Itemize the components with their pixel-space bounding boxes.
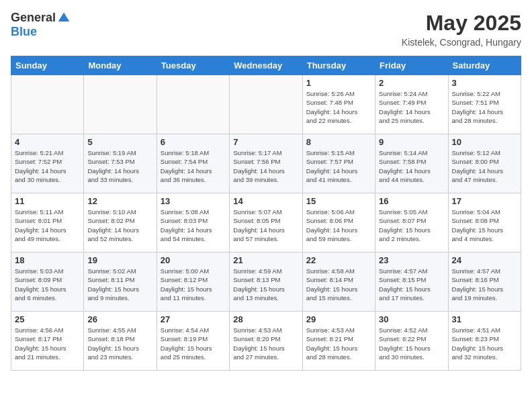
day-info: Sunrise: 5:15 AM Sunset: 7:57 PM Dayligh… xyxy=(306,148,371,184)
calendar-cell xyxy=(84,75,157,134)
calendar-cell: 26Sunrise: 4:55 AM Sunset: 8:18 PM Dayli… xyxy=(84,312,157,371)
day-number: 9 xyxy=(379,137,444,147)
weekday-header-monday: Monday xyxy=(84,56,157,75)
calendar-cell: 22Sunrise: 4:58 AM Sunset: 8:14 PM Dayli… xyxy=(302,253,375,312)
day-info: Sunrise: 5:08 AM Sunset: 8:03 PM Dayligh… xyxy=(161,208,226,243)
weekday-header-sunday: Sunday xyxy=(11,56,84,75)
day-number: 17 xyxy=(452,196,517,206)
weekday-header-row: SundayMondayTuesdayWednesdayThursdayFrid… xyxy=(11,56,521,75)
calendar-cell: 16Sunrise: 5:05 AM Sunset: 8:07 PM Dayli… xyxy=(375,193,448,253)
calendar-cell xyxy=(230,75,302,134)
calendar-cell: 9Sunrise: 5:14 AM Sunset: 7:58 PM Daylig… xyxy=(375,134,448,193)
day-number: 20 xyxy=(161,255,226,265)
day-info: Sunrise: 5:21 AM Sunset: 7:52 PM Dayligh… xyxy=(15,148,80,184)
day-info: Sunrise: 5:04 AM Sunset: 8:08 PM Dayligh… xyxy=(452,208,517,243)
calendar-cell: 30Sunrise: 4:52 AM Sunset: 8:22 PM Dayli… xyxy=(375,312,448,371)
calendar-cell: 28Sunrise: 4:53 AM Sunset: 8:20 PM Dayli… xyxy=(230,312,302,371)
day-info: Sunrise: 5:11 AM Sunset: 8:01 PM Dayligh… xyxy=(15,208,80,243)
day-number: 30 xyxy=(379,314,444,324)
day-number: 19 xyxy=(87,255,152,265)
day-number: 31 xyxy=(452,314,517,324)
weekday-header-tuesday: Tuesday xyxy=(157,56,229,75)
day-number: 11 xyxy=(15,196,80,206)
day-info: Sunrise: 4:55 AM Sunset: 8:18 PM Dayligh… xyxy=(87,326,152,361)
day-number: 28 xyxy=(233,314,298,324)
day-info: Sunrise: 5:14 AM Sunset: 7:58 PM Dayligh… xyxy=(379,148,444,184)
day-number: 10 xyxy=(452,137,517,147)
day-number: 5 xyxy=(87,137,152,147)
calendar-cell: 6Sunrise: 5:18 AM Sunset: 7:54 PM Daylig… xyxy=(157,134,229,193)
weekday-header-thursday: Thursday xyxy=(302,56,375,75)
day-info: Sunrise: 5:03 AM Sunset: 8:09 PM Dayligh… xyxy=(15,267,80,302)
day-info: Sunrise: 4:58 AM Sunset: 8:14 PM Dayligh… xyxy=(306,267,371,302)
weekday-header-friday: Friday xyxy=(375,56,448,75)
day-info: Sunrise: 4:57 AM Sunset: 8:16 PM Dayligh… xyxy=(452,267,517,302)
logo-icon xyxy=(57,11,71,25)
title-section: May 2025 Kistelek, Csongrad, Hungary xyxy=(402,11,521,48)
calendar-cell: 18Sunrise: 5:03 AM Sunset: 8:09 PM Dayli… xyxy=(11,253,84,312)
page-header: General Blue May 2025 Kistelek, Csongrad… xyxy=(11,11,521,48)
calendar-week-row: 4Sunrise: 5:21 AM Sunset: 7:52 PM Daylig… xyxy=(11,134,521,193)
calendar-cell: 24Sunrise: 4:57 AM Sunset: 8:16 PM Dayli… xyxy=(448,253,521,312)
day-info: Sunrise: 4:53 AM Sunset: 8:20 PM Dayligh… xyxy=(233,326,298,361)
calendar-cell: 19Sunrise: 5:02 AM Sunset: 8:11 PM Dayli… xyxy=(84,253,157,312)
day-info: Sunrise: 4:54 AM Sunset: 8:19 PM Dayligh… xyxy=(161,326,226,361)
calendar-cell: 21Sunrise: 4:59 AM Sunset: 8:13 PM Dayli… xyxy=(230,253,302,312)
calendar-cell: 31Sunrise: 4:51 AM Sunset: 8:23 PM Dayli… xyxy=(448,312,521,371)
day-info: Sunrise: 5:06 AM Sunset: 8:06 PM Dayligh… xyxy=(306,208,371,243)
day-number: 15 xyxy=(306,196,371,206)
svg-marker-0 xyxy=(58,12,70,21)
day-number: 24 xyxy=(452,255,517,265)
calendar-cell: 20Sunrise: 5:00 AM Sunset: 8:12 PM Dayli… xyxy=(157,253,229,312)
calendar-table: SundayMondayTuesdayWednesdayThursdayFrid… xyxy=(11,56,521,371)
calendar-cell: 1Sunrise: 5:26 AM Sunset: 7:48 PM Daylig… xyxy=(302,75,375,134)
day-number: 2 xyxy=(379,78,444,88)
day-info: Sunrise: 5:26 AM Sunset: 7:48 PM Dayligh… xyxy=(306,89,371,125)
calendar-cell: 7Sunrise: 5:17 AM Sunset: 7:56 PM Daylig… xyxy=(230,134,302,193)
calendar-cell: 14Sunrise: 5:07 AM Sunset: 8:05 PM Dayli… xyxy=(230,193,302,253)
calendar-week-row: 11Sunrise: 5:11 AM Sunset: 8:01 PM Dayli… xyxy=(11,193,521,253)
day-info: Sunrise: 5:02 AM Sunset: 8:11 PM Dayligh… xyxy=(87,267,152,302)
calendar-cell: 29Sunrise: 4:53 AM Sunset: 8:21 PM Dayli… xyxy=(302,312,375,371)
calendar-cell: 4Sunrise: 5:21 AM Sunset: 7:52 PM Daylig… xyxy=(11,134,84,193)
day-info: Sunrise: 5:07 AM Sunset: 8:05 PM Dayligh… xyxy=(233,208,298,243)
day-number: 4 xyxy=(15,137,80,147)
day-number: 12 xyxy=(87,196,152,206)
calendar-cell xyxy=(11,75,84,134)
logo: General Blue xyxy=(11,11,71,39)
calendar-cell: 11Sunrise: 5:11 AM Sunset: 8:01 PM Dayli… xyxy=(11,193,84,253)
logo-general-text: General xyxy=(11,11,56,25)
calendar-week-row: 1Sunrise: 5:26 AM Sunset: 7:48 PM Daylig… xyxy=(11,75,521,134)
day-number: 21 xyxy=(233,255,298,265)
day-number: 27 xyxy=(161,314,226,324)
calendar-cell: 5Sunrise: 5:19 AM Sunset: 7:53 PM Daylig… xyxy=(84,134,157,193)
day-info: Sunrise: 5:24 AM Sunset: 7:49 PM Dayligh… xyxy=(379,89,444,125)
day-number: 13 xyxy=(161,196,226,206)
location-title: Kistelek, Csongrad, Hungary xyxy=(402,37,521,48)
day-number: 8 xyxy=(306,137,371,147)
calendar-cell: 10Sunrise: 5:12 AM Sunset: 8:00 PM Dayli… xyxy=(448,134,521,193)
logo-blue-text: Blue xyxy=(11,25,37,39)
day-number: 1 xyxy=(306,78,371,88)
day-info: Sunrise: 4:57 AM Sunset: 8:15 PM Dayligh… xyxy=(379,267,444,302)
calendar-cell: 12Sunrise: 5:10 AM Sunset: 8:02 PM Dayli… xyxy=(84,193,157,253)
calendar-cell: 27Sunrise: 4:54 AM Sunset: 8:19 PM Dayli… xyxy=(157,312,229,371)
calendar-cell xyxy=(157,75,229,134)
weekday-header-saturday: Saturday xyxy=(448,56,521,75)
calendar-cell: 8Sunrise: 5:15 AM Sunset: 7:57 PM Daylig… xyxy=(302,134,375,193)
day-info: Sunrise: 4:59 AM Sunset: 8:13 PM Dayligh… xyxy=(233,267,298,302)
day-number: 25 xyxy=(15,314,80,324)
day-info: Sunrise: 4:51 AM Sunset: 8:23 PM Dayligh… xyxy=(452,326,517,361)
day-number: 3 xyxy=(452,78,517,88)
day-number: 16 xyxy=(379,196,444,206)
day-number: 6 xyxy=(161,137,226,147)
month-title: May 2025 xyxy=(402,11,521,36)
day-number: 26 xyxy=(87,314,152,324)
day-number: 18 xyxy=(15,255,80,265)
day-info: Sunrise: 4:52 AM Sunset: 8:22 PM Dayligh… xyxy=(379,326,444,361)
day-info: Sunrise: 5:18 AM Sunset: 7:54 PM Dayligh… xyxy=(161,148,226,184)
day-info: Sunrise: 5:00 AM Sunset: 8:12 PM Dayligh… xyxy=(161,267,226,302)
day-info: Sunrise: 5:10 AM Sunset: 8:02 PM Dayligh… xyxy=(87,208,152,243)
day-number: 23 xyxy=(379,255,444,265)
calendar-cell: 13Sunrise: 5:08 AM Sunset: 8:03 PM Dayli… xyxy=(157,193,229,253)
